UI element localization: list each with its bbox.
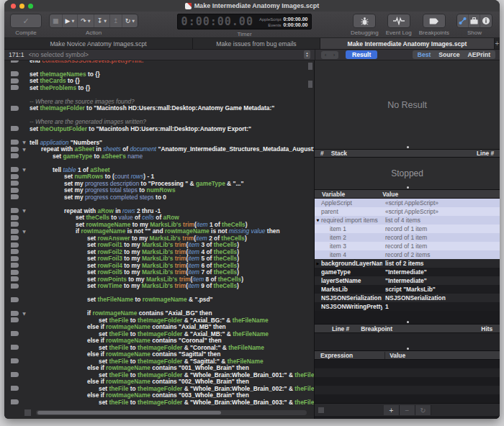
code-line[interactable]: else if rowImageName contains "Sagittal"… [4,351,314,358]
line-marker[interactable] [4,215,19,220]
line-marker[interactable] [4,174,19,179]
code-line[interactable]: set my progress description to "Processi… [4,180,314,187]
loop-button[interactable]: ↻▼ [122,14,138,27]
code-line[interactable] [4,303,314,310]
variable-row[interactable]: MarksLibscript "MarksLib" [315,285,500,294]
code-line[interactable]: end contentsAsJSON.levels.prettyPrint. [4,60,314,64]
line-marker[interactable] [4,188,19,193]
code-line[interactable] [4,160,314,167]
variable-row[interactable]: ▶backgroundLayerNameslist of 2 items [315,259,500,268]
disclosure-triangle-icon[interactable]: ▼ [19,167,30,172]
disclosure-triangle-icon[interactable]: ▼ [19,147,30,152]
debugging-button[interactable] [353,14,376,28]
code-line[interactable]: set rowFoil1 to my MarksLib's trim(item … [4,242,314,249]
disclosure-triangle-icon[interactable]: ▼ [19,229,30,234]
code-line[interactable]: set theFile to theImageFolder & "Whole_B… [4,399,314,406]
back-button[interactable]: ‹ [321,51,330,59]
code-line[interactable]: else if rowImageName contains "002_Whole… [4,379,314,386]
code-line[interactable]: ▼repeat with aSheet in sheets of documen… [4,146,314,153]
code-line[interactable] [4,112,314,119]
code-line[interactable]: else if rowImageName contains "Coronal" … [4,337,314,345]
line-marker[interactable] [4,297,19,302]
disclosure-triangle-icon[interactable]: ▼ [315,218,321,222]
line-marker[interactable] [4,229,19,234]
variable-row[interactable]: item 2record of 1 item [315,233,500,242]
line-marker[interactable] [4,284,19,289]
code-line[interactable]: set my progress total steps to numRows [4,187,314,194]
disclosure-triangle-icon[interactable]: ▶ [315,261,321,266]
variable-row[interactable]: gameType"Intermediate" [315,268,500,276]
view-mode-best[interactable]: Best [418,51,431,58]
line-marker[interactable] [4,317,19,322]
code-line[interactable]: ▼repeat with aRow in rows 2 thru -1 [4,207,314,214]
compile-button[interactable]: ✓ [10,14,42,28]
code-line[interactable]: set rowFoil2 to my MarksLib's trim(item … [4,248,314,255]
variable-row[interactable]: layerSetName"Intermediate" [315,276,500,285]
line-marker[interactable] [4,263,19,268]
code-line[interactable]: set rowFoil4 to my MarksLib's trim(item … [4,262,314,269]
variable-row[interactable]: ▼required import itemslist of 4 items [315,216,500,225]
horizontal-scrollbar[interactable] [36,410,307,415]
result-button[interactable]: Result [346,50,377,59]
code-line[interactable]: ▼if rowImageName is not "" and rowImageN… [4,228,314,235]
line-marker[interactable] [4,78,19,83]
code-line[interactable]: set theImageNames to {} [4,71,314,78]
code-line[interactable]: set theFileName to rowImageName & ".psd" [4,296,314,304]
code-line[interactable]: ▼if rowImageName contains "Axial_BG" the… [4,310,314,317]
line-marker[interactable] [4,311,19,316]
view-mode-aeprint[interactable]: AEPrint [467,51,490,58]
code-line[interactable]: set theFile to theImageFolder & "Sagitta… [4,358,314,365]
line-marker[interactable] [4,399,19,404]
line-marker[interactable] [4,249,19,254]
code-line[interactable]: ▼tell table 1 of aSheet [4,166,314,173]
line-marker[interactable] [4,106,19,111]
mini-scrollbar-thumb[interactable] [318,407,324,413]
line-marker[interactable] [4,140,19,145]
new-tab-button[interactable]: + [495,38,500,49]
view-mode-source[interactable]: Source [438,51,459,58]
code-line[interactable]: else if rowImageName contains "Axial_MB"… [4,324,314,331]
line-marker[interactable] [4,153,19,158]
line-marker[interactable] [4,208,19,213]
code-line[interactable]: -- Where are the generated images writte… [4,119,314,126]
refresh-expressions-button[interactable]: ↻ [415,405,431,415]
code-line[interactable]: set theImageFolder to "Macintosh HD:User… [4,105,314,112]
variable-row[interactable]: item 1record of 1 item [315,225,500,233]
code-line[interactable]: set theFile to theImageFolder & "Axial_M… [4,330,314,337]
breakpoints-button[interactable] [423,14,446,28]
code-line[interactable]: -- Where are the source images found? [4,98,314,105]
line-marker[interactable] [4,222,19,227]
tab-3[interactable]: Make Intermediate Anatomy Images.scpt [320,38,495,49]
stop-button[interactable]: ■ [50,14,63,27]
show-info-segment[interactable] [480,14,492,27]
line-marker[interactable] [4,270,19,275]
disclosure-triangle-icon[interactable]: ▼ [19,140,30,145]
code-line[interactable]: set rowPoints to my MarksLib's trim(item… [4,276,314,283]
show-dictionary-segment[interactable] [469,14,480,27]
forward-button[interactable]: › [330,51,338,59]
event-log-button[interactable] [387,14,410,28]
code-line[interactable]: else if rowImageName contains "003_Whole… [4,392,314,399]
code-line[interactable]: set theFile to theImageFolder & "Axial_B… [4,317,314,324]
variable-row[interactable]: NSJSONWritingPretty…1 [315,302,500,311]
code-line[interactable]: set my progress completed steps to 0 [4,194,314,201]
symbol-stepper[interactable]: ▲▼ [304,50,310,59]
selected-symbol[interactable]: <no selected symbol> [29,51,304,58]
variable-row[interactable]: AppleScript«script AppleScript» [315,199,500,207]
code-line[interactable]: set rowTime to my MarksLib's trim(item 9… [4,283,314,290]
code-line[interactable]: set theCards to {} [4,78,314,85]
line-marker[interactable] [4,85,19,90]
show-variables-segment[interactable] [457,14,469,27]
code-line[interactable]: set rowFoil5 to my MarksLib's trim(item … [4,269,314,276]
title-bar[interactable]: Make Intermediate Anatomy Images.scpt [4,0,500,12]
disclosure-triangle-icon[interactable]: ▼ [19,208,30,213]
add-expression-button[interactable]: + [384,405,400,415]
step-into-button[interactable]: ↧▼ [94,14,110,27]
code-line[interactable]: set theFile to theImageFolder & "Whole_B… [4,385,314,392]
code-line[interactable]: set theProblems to {} [4,84,314,91]
step-out-button[interactable]: ↥ [110,14,122,27]
line-marker[interactable] [4,256,19,261]
line-marker[interactable] [4,358,19,363]
variable-row[interactable]: item 4record of 2 items [315,250,500,259]
line-marker[interactable] [4,243,19,248]
